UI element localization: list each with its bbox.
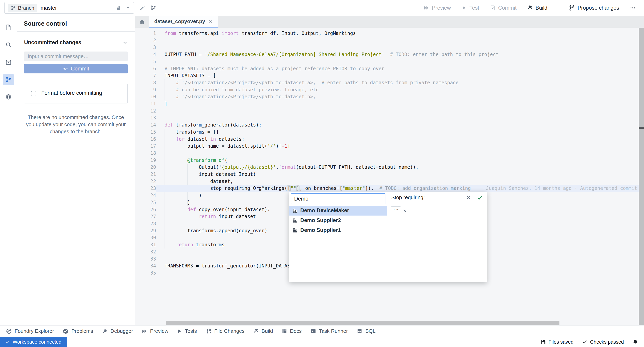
files-saved-label: Files saved xyxy=(548,339,574,345)
rail-item-source-control[interactable] xyxy=(3,74,14,85)
rail-item-web[interactable] xyxy=(3,91,14,102)
line-content: OUTPUT_PATH = '/Shared Namespace-6e1aa7/… xyxy=(156,51,644,58)
code-line-1[interactable]: 1from transforms.api import transform_df… xyxy=(135,30,644,37)
code-area[interactable]: 1from transforms.api import transform_df… xyxy=(135,28,644,325)
edit-readonly-toggle-button[interactable] xyxy=(137,2,148,13)
code-line-11[interactable]: 11] xyxy=(135,100,644,108)
line-content: output_name = dataset.split('/')[-1] xyxy=(156,143,644,150)
panel-tests[interactable]: Tests xyxy=(177,328,197,334)
propose-changes-button[interactable]: Propose changes xyxy=(569,5,619,11)
line-content: for dataset in datasets: xyxy=(156,136,644,143)
line-content xyxy=(156,150,644,157)
marking-option-1[interactable]: Demo DeviceMaker xyxy=(289,206,387,216)
code-line-15[interactable]: 15 transforms = [] xyxy=(135,129,644,136)
panel-foundry-explorer[interactable]: Foundry Explorer xyxy=(6,328,54,334)
notifications-button[interactable] xyxy=(632,339,638,345)
code-line-22[interactable]: 22 dataset, xyxy=(135,178,644,185)
rail-item-search[interactable] xyxy=(3,39,14,50)
code-line-10[interactable]: 10 # '/<Organization>/<Project>/<path-to… xyxy=(135,93,644,100)
source-control-branch-icon xyxy=(5,76,12,83)
panel-file-changes[interactable]: File Changes xyxy=(206,328,244,334)
code-line-6[interactable]: 6# IMPORTANT: datasets must be added as … xyxy=(135,65,644,72)
commit-button-top[interactable]: Commit xyxy=(490,5,516,11)
code-line-7[interactable]: 7INPUT_DATASETS = [ xyxy=(135,72,644,79)
code-line-9[interactable]: 9 # can be copied from dataset preview, … xyxy=(135,86,644,94)
rail-item-files[interactable] xyxy=(3,22,14,33)
confirm-check-icon[interactable] xyxy=(477,195,483,201)
code-line-2[interactable]: 2 xyxy=(135,37,644,44)
panel-problems[interactable]: Problems xyxy=(62,328,93,334)
panel-sql[interactable]: SQL xyxy=(356,328,376,334)
check-icon xyxy=(582,339,588,345)
line-number: 13 xyxy=(135,114,156,122)
tab-dataset-copyover[interactable]: dataset_copyover.py xyxy=(149,16,218,28)
format-checkbox[interactable] xyxy=(31,91,36,96)
panel-label: Build xyxy=(262,328,273,334)
panel-debugger[interactable]: Debugger xyxy=(102,328,133,334)
preview-button[interactable]: Preview xyxy=(424,5,451,11)
no-changes-message: There are no uncommitted changes. Once y… xyxy=(24,114,128,135)
close-icon xyxy=(208,19,213,24)
uncommitted-changes-section-header[interactable]: Uncommitted changes xyxy=(24,39,128,46)
files-saved-status[interactable]: Files saved xyxy=(541,339,574,345)
file-icon xyxy=(5,24,12,30)
code-line-12[interactable]: 12 xyxy=(135,108,644,115)
rail-item-packages[interactable] xyxy=(3,57,14,68)
checks-passed-status[interactable]: Checks passed xyxy=(582,339,624,345)
tab-close-button[interactable] xyxy=(208,19,213,24)
line-number: 14 xyxy=(135,122,156,129)
panel-build[interactable]: Build xyxy=(253,328,273,334)
code-line-21[interactable]: 21 input_dataset=Input( xyxy=(135,171,644,178)
code-line-13[interactable]: 13 xyxy=(135,114,644,122)
new-branch-button[interactable] xyxy=(148,2,159,13)
git-blame-annotation: Juaquin Sanchez, 14 months ago · Autogen… xyxy=(486,185,644,192)
cancel-icon[interactable] xyxy=(466,195,471,200)
commit-message-input[interactable]: Input a commit message… xyxy=(24,51,128,61)
branch-selector[interactable]: Branch master xyxy=(4,2,134,14)
line-number: 4 xyxy=(135,51,156,58)
workspace-connected-badge[interactable]: Workspace connected xyxy=(0,337,67,347)
code-line-18[interactable]: 18 xyxy=(135,150,644,157)
caret-down-icon[interactable] xyxy=(126,5,130,10)
branch-pill-label: Branch xyxy=(18,5,34,11)
code-line-16[interactable]: 16 for dataset in datasets: xyxy=(135,136,644,143)
marking-option-3[interactable]: Demo Supplier1 xyxy=(289,225,387,235)
scrollbar-marker xyxy=(639,127,644,129)
panel-docs[interactable]: Docs xyxy=(282,328,302,334)
line-content: # can be copied from dataset preview, li… xyxy=(156,86,644,94)
build-button[interactable]: Build xyxy=(527,5,548,11)
markings-search-input[interactable] xyxy=(291,193,386,204)
panel-preview[interactable]: Preview xyxy=(142,328,168,334)
build-button-label: Build xyxy=(536,5,548,11)
code-line-17[interactable]: 17 output_name = dataset.split('/')[-1] xyxy=(135,143,644,150)
code-line-5[interactable]: 5 xyxy=(135,58,644,65)
code-line-19[interactable]: 19 @transform_df( xyxy=(135,157,644,164)
line-number: 16 xyxy=(135,136,156,143)
code-line-8[interactable]: 8 # '/<Organization>/<Project>/<path-to-… xyxy=(135,79,644,86)
workspace-connected-label: Workspace connected xyxy=(13,339,62,345)
code-line-3[interactable]: 3 xyxy=(135,44,644,51)
code-line-20[interactable]: 20 Output('{output}/{dataset}'.format(ou… xyxy=(135,164,644,171)
code-line-23[interactable]: 23 stop_requiring=OrgMarkings([""], on_b… xyxy=(135,185,644,192)
code-line-14[interactable]: 14def transform_generator(datasets): xyxy=(135,122,644,129)
terminal-icon xyxy=(310,328,316,334)
commit-button[interactable]: Commit xyxy=(24,64,128,73)
panel-title: Source control xyxy=(17,16,135,31)
horizontal-scrollbar[interactable] xyxy=(135,321,639,325)
wrench-icon xyxy=(102,328,108,334)
organization-building-icon xyxy=(292,218,298,223)
commit-document-icon xyxy=(490,5,496,11)
more-options-button[interactable] xyxy=(630,5,636,11)
panel-label: SQL xyxy=(365,328,376,334)
code-line-4[interactable]: 4OUTPUT_PATH = '/Shared Namespace-6e1aa7… xyxy=(135,51,644,58)
line-number: 9 xyxy=(135,86,156,94)
marking-option-2[interactable]: Demo Supplier2 xyxy=(289,216,387,225)
panel-task-runner[interactable]: Task Runner xyxy=(310,328,348,334)
horizontal-scrollbar-thumb[interactable] xyxy=(166,321,560,325)
test-button[interactable]: Test xyxy=(462,5,479,11)
lock-icon xyxy=(116,5,122,11)
home-tab-button[interactable] xyxy=(135,16,149,28)
vertical-scrollbar[interactable] xyxy=(639,28,644,325)
format-checkbox-label[interactable]: Format before committing xyxy=(41,90,102,97)
remove-chip-icon[interactable] xyxy=(402,208,407,213)
